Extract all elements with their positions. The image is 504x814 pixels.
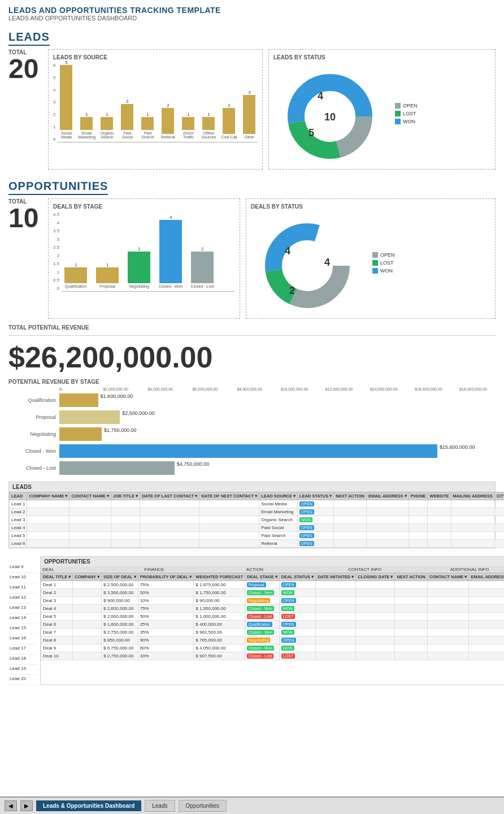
lead-name-cell: Lead 4 <box>10 524 27 532</box>
th-deal-company[interactable]: COMPANY ▾ <box>73 573 102 581</box>
bar-label: Negotiating <box>125 284 153 289</box>
bar-label: Offline Sources <box>200 131 217 140</box>
deals-legend-lost: LOST <box>372 260 395 266</box>
opportunities-section-header: OPPORTUNITIES <box>8 180 108 195</box>
th-closing[interactable]: CLOSING DATE ▾ <box>356 573 395 581</box>
bar-rect <box>182 117 194 130</box>
leads-bar-group: 3 Other <box>241 90 258 140</box>
leads-bar-chart-inner: 5 Social Media 1 Email Marketing 1 Organ… <box>58 63 258 142</box>
deals-x-axis-line <box>62 291 235 292</box>
opp-tables-area: Lead 9Lead 10Lead 11Lead 12Lead 13Lead 1… <box>8 551 496 685</box>
bar-rect <box>202 117 215 130</box>
lead-number-item: Lead 13 <box>8 604 37 614</box>
bar-val: 1 <box>146 112 149 117</box>
rev-x-axis: $- $2,000,000.00 $4,000,000.00 $6,000,00… <box>59 387 496 391</box>
th-size[interactable]: SIZE OF DEAL ▾ <box>102 573 138 581</box>
rev-bars-container: Qualification $1,600,000.00 Proposal $2,… <box>8 393 496 475</box>
bar-val: 1 <box>85 112 88 117</box>
status-badge: OPEN <box>281 622 296 627</box>
deals-bar-chart-inner: 1 Qualification 1 Proposal 2 Negotiating… <box>62 212 235 292</box>
deals-by-stage-chart: DEALS BY STAGE 4.5 4 3.5 3 2.5 2 1.5 1 0… <box>48 198 240 319</box>
th-deal-status[interactable]: DEAL STATUS ▾ <box>279 573 315 581</box>
action-label: ACTION <box>246 567 347 572</box>
bar-rect <box>162 108 174 134</box>
won-label: 10 <box>324 111 336 123</box>
lead-number-item: Lead 15 <box>8 624 37 634</box>
lead-number-item: Lead 18 <box>8 655 37 665</box>
th-company[interactable]: COMPANY NAME ▾ <box>27 492 69 500</box>
th-next-contact[interactable]: DATE OF NEXT CONTACT ▾ <box>199 492 259 500</box>
table-row: Deal 3 $ 900,000.00 10% $ 90,000.00 Nego… <box>41 597 505 605</box>
status-badge: OPEN <box>281 582 296 587</box>
leads-table-title: LEADS <box>9 482 495 492</box>
lead-number-item: Lead 10 <box>8 573 37 583</box>
table-row: Lead 6 Referral OPEN <box>10 540 505 548</box>
bar-val: 3 <box>248 90 250 95</box>
status-badge: WON <box>281 606 294 611</box>
th-email-addr[interactable]: EMAIL ADDRESS ▾ <box>469 573 504 581</box>
bar-rect <box>128 252 150 283</box>
table-row: Deal 10 $ 2,750,000.00 33% $ 907,500.00 … <box>41 652 505 660</box>
bar-rect <box>101 117 113 130</box>
leads-table-body: Lead 1 Social Media OPEN Lead 2 Email Ma… <box>10 500 505 548</box>
status-badge: OPEN <box>281 638 296 643</box>
table-row: Lead 1 Social Media OPEN <box>10 500 505 508</box>
th-date-init[interactable]: DATE INITIATED ▾ <box>316 573 356 581</box>
th-email[interactable]: EMAIL ADDRESS ▾ <box>366 492 409 500</box>
bar-val: 1 <box>207 112 210 117</box>
bottom-spacer <box>8 685 496 702</box>
lead-number-item: Lead 11 <box>8 583 37 594</box>
bar-val: 1 <box>106 112 108 117</box>
lead-number-item: Lead 9 <box>8 563 37 573</box>
th-contact[interactable]: CONTACT NAME ▾ <box>69 492 111 500</box>
rev-bar-fill <box>59 461 175 475</box>
lead-numbers-col: Lead 9Lead 10Lead 11Lead 12Lead 13Lead 1… <box>8 551 37 685</box>
deals-y-axis: 4.5 4 3.5 3 2.5 2 1.5 1 0.5 0 <box>53 212 59 291</box>
table-row: Deal 5 $ 2,000,000.00 50% $ 1,000,000.00… <box>41 613 505 621</box>
th-next-action-deal: NEXT ACTION <box>395 573 428 581</box>
th-lead-source[interactable]: LEAD SOURCE ▾ <box>259 492 298 500</box>
rev-bar-row: Qualification $1,600,000.00 <box>8 393 496 407</box>
th-lead-status[interactable]: LEAD STATUS ▾ <box>297 492 333 500</box>
bar-rect <box>159 220 182 283</box>
bar-label: Paid Social <box>119 131 136 140</box>
lead-number-item: Lead 20 <box>8 675 37 685</box>
th-deal-title[interactable]: DEAL TITLE ▾ <box>41 573 73 581</box>
lead-name-cell: Lead 2 <box>10 508 27 516</box>
bar-label: Social Media <box>58 131 75 140</box>
leads-dashboard-row: TOTAL 20 LEADS BY SOURCE 6 5 4 3 2 1 0 5 <box>8 49 496 170</box>
bar-rect <box>141 117 154 130</box>
lead-number-item: Lead 14 <box>8 614 37 624</box>
th-deal-stage[interactable]: DEAL STAGE ▾ <box>245 573 280 581</box>
lead-name-cell: Lead 5 <box>10 532 27 540</box>
th-job[interactable]: JOB TITLE ▾ <box>111 492 140 500</box>
status-badge: OPEN <box>299 509 314 514</box>
lead-number-item: Lead 19 <box>8 665 37 675</box>
lead-number-item: Lead 17 <box>8 644 37 655</box>
bar-label: Qualification <box>62 284 90 289</box>
deals-donut-svg: 4 2 4 <box>251 212 364 314</box>
th-prob[interactable]: PROBABILITY OF DEAL ▾ <box>138 573 194 581</box>
rev-bar-value: $2,500,000.00 <box>120 410 504 416</box>
leads-bar-group: 1 Direct Traffic <box>180 112 197 140</box>
table-row: Lead 3 Organic Search WON <box>10 516 505 524</box>
bar-label: Paid Search <box>139 131 156 140</box>
deals-bar-group: 4 Closed - Won <box>157 215 185 289</box>
add-info-label: ADDITIONAL INFO <box>450 567 504 572</box>
rev-bar-row: Closed - Lost $4,750,000.00 <box>8 461 496 475</box>
bar-rect <box>80 117 93 130</box>
status-badge: WON <box>281 590 294 595</box>
leads-x-axis-line <box>58 142 258 142</box>
rev-stage-label: Negotiating <box>8 431 59 437</box>
deals-legend: OPEN LOST WON <box>372 252 395 274</box>
bar-val: 4 <box>170 215 172 220</box>
th-last-contact[interactable]: DATE OF LAST CONTACT ▾ <box>140 492 199 500</box>
leads-status-donut-container: 4 5 10 OPEN LOST WON <box>273 63 490 164</box>
deals-table-body: Deal 1 $ 2,500,000.00 75% $ 1,875,000.00… <box>41 581 505 660</box>
bar-label: Proposal <box>93 284 121 289</box>
bar-rect <box>121 104 133 130</box>
leads-total-value: 20 <box>8 55 38 83</box>
deals-legend-won-color <box>372 268 378 274</box>
stage-badge: Negotiating <box>247 638 270 643</box>
th-contact-name[interactable]: CONTACT NAME ▾ <box>428 573 469 581</box>
